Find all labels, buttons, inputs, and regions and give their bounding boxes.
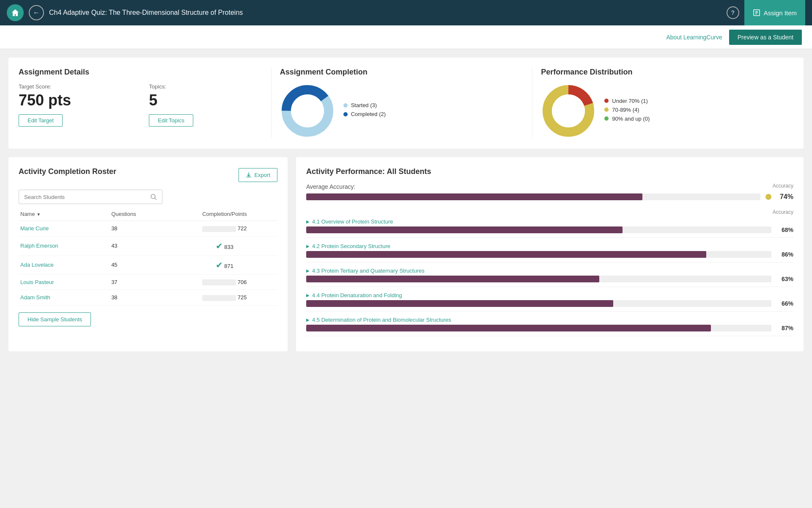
table-row: Ralph Emerson43✔ 833 — [19, 236, 277, 255]
avg-accuracy-value: 74% — [776, 193, 793, 201]
target-score-label: Target Score: — [19, 83, 132, 90]
legend-under70: Under 70% (1) — [604, 98, 650, 104]
summary-card: Assignment Details Target Score: 750 pts… — [8, 58, 804, 149]
topic-bar-row: 63% — [306, 276, 793, 282]
topic-expand-icon: ▶ — [306, 318, 310, 322]
svg-point-9 — [552, 94, 585, 127]
student-name-cell[interactable]: Marie Curie — [19, 221, 110, 237]
col-name[interactable]: Name ▼ — [19, 207, 110, 221]
edit-target-button[interactable]: Edit Target — [19, 114, 63, 127]
topic-label[interactable]: ▶ 4.2 Protein Secondary Structure — [306, 243, 793, 249]
home-button[interactable] — [7, 4, 24, 21]
topic-label[interactable]: ▶ 4.4 Protein Denaturation and Folding — [306, 292, 793, 298]
student-name-cell[interactable]: Ralph Emerson — [19, 236, 110, 255]
topic-divider — [306, 237, 793, 238]
progress-bar — [202, 226, 236, 232]
top-nav: ← Ch4 Adaptive Quiz: The Three-Dimension… — [0, 0, 812, 25]
topic-label[interactable]: ▶ 4.3 Protein Tertiary and Quaternary St… — [306, 268, 793, 274]
roster-title: Activity Completion Roster — [19, 167, 116, 176]
topic-expand-icon: ▶ — [306, 268, 310, 273]
svg-line-11 — [155, 198, 156, 200]
student-questions-cell: 38 — [110, 290, 172, 306]
topic-accuracy-pct: 87% — [776, 325, 793, 331]
about-learningcurve-link[interactable]: About LearningCurve — [666, 34, 722, 41]
90up-label: 90% and up (0) — [612, 116, 650, 122]
started-label: Started (3) — [351, 102, 377, 108]
back-button[interactable]: ← — [29, 5, 44, 20]
topic-row: ▶ 4.1 Overview of Protein Structure 68% — [306, 218, 793, 238]
page-title: Ch4 Adaptive Quiz: The Three-Dimensional… — [49, 9, 721, 17]
topic-bar-row: 87% — [306, 325, 793, 331]
assign-item-button[interactable]: Assign Item — [744, 0, 805, 25]
roster-header-row: Activity Completion Roster Export — [19, 167, 277, 183]
edit-topics-button[interactable]: Edit Topics — [149, 114, 193, 127]
export-button[interactable]: Export — [239, 168, 277, 182]
topic-bar-fill — [306, 300, 613, 307]
assignment-details-section: Assignment Details Target Score: 750 pts… — [19, 68, 272, 138]
topic-row: ▶ 4.5 Determination of Protein and Biomo… — [306, 317, 793, 336]
table-row: Louis Pasteur37 706 — [19, 274, 277, 290]
table-row: Ada Lovelace45✔ 871 — [19, 255, 277, 274]
topic-bar-wrap — [306, 300, 771, 307]
sub-header: About LearningCurve Preview as a Student — [0, 25, 812, 49]
student-questions-cell: 37 — [110, 274, 172, 290]
completion-donut-chart — [280, 83, 335, 138]
legend-70-89: 70-89% (4) — [604, 107, 650, 113]
help-button[interactable]: ? — [727, 6, 739, 19]
topics-value: 5 — [149, 91, 262, 109]
student-name-cell[interactable]: Ada Lovelace — [19, 255, 110, 274]
avg-accuracy-bar-row: 74% — [306, 193, 793, 201]
70-89-dot — [604, 108, 609, 112]
under70-dot — [604, 99, 609, 103]
preview-as-student-button[interactable]: Preview as a Student — [729, 30, 802, 45]
topic-bar-wrap — [306, 226, 771, 233]
topic-name: 4.5 Determination of Protein and Biomole… — [312, 317, 451, 323]
topic-accuracy-pct: 63% — [776, 276, 793, 282]
avg-accuracy-bar-wrap — [306, 193, 760, 200]
roster-table: Name ▼ Questions Completion/Points Marie… — [19, 207, 277, 306]
topic-name: 4.1 Overview of Protein Structure — [312, 218, 393, 225]
search-input[interactable] — [24, 194, 147, 200]
table-row: Marie Curie38 722 — [19, 221, 277, 237]
hide-sample-students-button[interactable]: Hide Sample Students — [19, 312, 91, 326]
legend-90up: 90% and up (0) — [604, 116, 650, 122]
export-label: Export — [254, 172, 270, 178]
topic-bar-fill — [306, 276, 599, 282]
search-icon — [150, 193, 157, 200]
performance-legend: Under 70% (1) 70-89% (4) 90% and up (0) — [604, 98, 650, 124]
topic-accuracy-pct: 86% — [776, 251, 793, 258]
topics-col: Topics: 5 Edit Topics — [149, 83, 262, 127]
topic-row: ▶ 4.2 Protein Secondary Structure 86% — [306, 243, 793, 262]
topic-row: ▶ 4.3 Protein Tertiary and Quaternary St… — [306, 268, 793, 287]
started-dot — [343, 103, 348, 108]
student-completion-cell: 722 — [172, 221, 277, 237]
topic-accuracy-pct: 66% — [776, 300, 793, 307]
topic-bar-row: 68% — [306, 226, 793, 233]
average-accuracy-section: Average Accuracy: Accuracy 74% — [306, 183, 793, 201]
avg-accuracy-row: Average Accuracy: Accuracy — [306, 183, 793, 190]
completed-check-icon: ✔ — [216, 260, 223, 270]
topic-bar-row: 86% — [306, 251, 793, 258]
main-content: Assignment Details Target Score: 750 pts… — [0, 49, 812, 360]
target-score-col: Target Score: 750 pts Edit Target — [19, 83, 132, 127]
student-completion-cell: ✔ 871 — [172, 255, 277, 274]
topic-row: ▶ 4.4 Protein Denaturation and Folding 6… — [306, 292, 793, 312]
col-completion: Completion/Points — [172, 207, 277, 221]
target-score-value: 750 pts — [19, 91, 132, 109]
student-name-cell[interactable]: Adam Smith — [19, 290, 110, 306]
performance-title: Activity Performance: All Students — [306, 167, 793, 176]
topics-container: ▶ 4.1 Overview of Protein Structure 68% … — [306, 218, 793, 336]
performance-chart-section: Under 70% (1) 70-89% (4) 90% and up (0) — [541, 83, 785, 138]
assignment-completion-title: Assignment Completion — [280, 68, 524, 77]
table-row: Adam Smith38 725 — [19, 290, 277, 306]
topic-divider — [306, 336, 793, 336]
bottom-row: Activity Completion Roster Export — [8, 157, 804, 351]
student-questions-cell: 38 — [110, 221, 172, 237]
topic-label[interactable]: ▶ 4.1 Overview of Protein Structure — [306, 218, 793, 225]
topic-bar-fill — [306, 325, 711, 331]
topic-label[interactable]: ▶ 4.5 Determination of Protein and Biomo… — [306, 317, 793, 323]
details-columns: Target Score: 750 pts Edit Target Topics… — [19, 83, 263, 127]
topic-expand-icon: ▶ — [306, 293, 310, 298]
student-name-cell[interactable]: Louis Pasteur — [19, 274, 110, 290]
completed-dot — [343, 112, 348, 116]
